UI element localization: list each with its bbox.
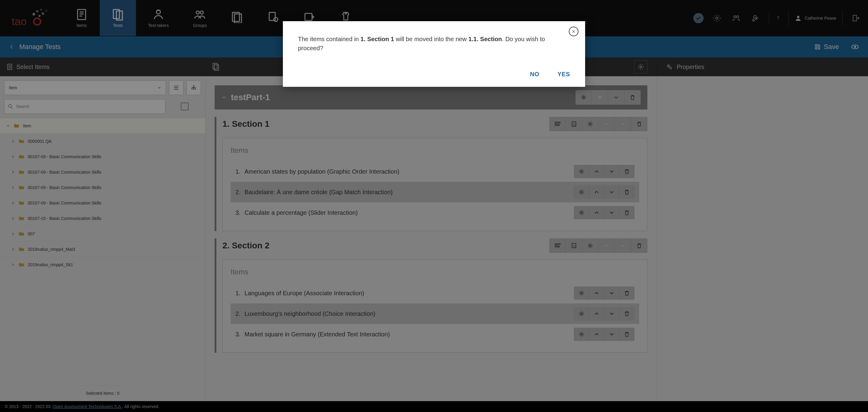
modal-no-button[interactable]: NO: [530, 71, 539, 78]
close-icon: [571, 29, 576, 34]
modal-yes-button[interactable]: YES: [557, 71, 570, 78]
modal-close-button[interactable]: [569, 27, 579, 36]
modal-text: The items contained in 1. Section 1 will…: [298, 34, 570, 53]
confirm-modal: The items contained in 1. Section 1 will…: [283, 21, 585, 87]
